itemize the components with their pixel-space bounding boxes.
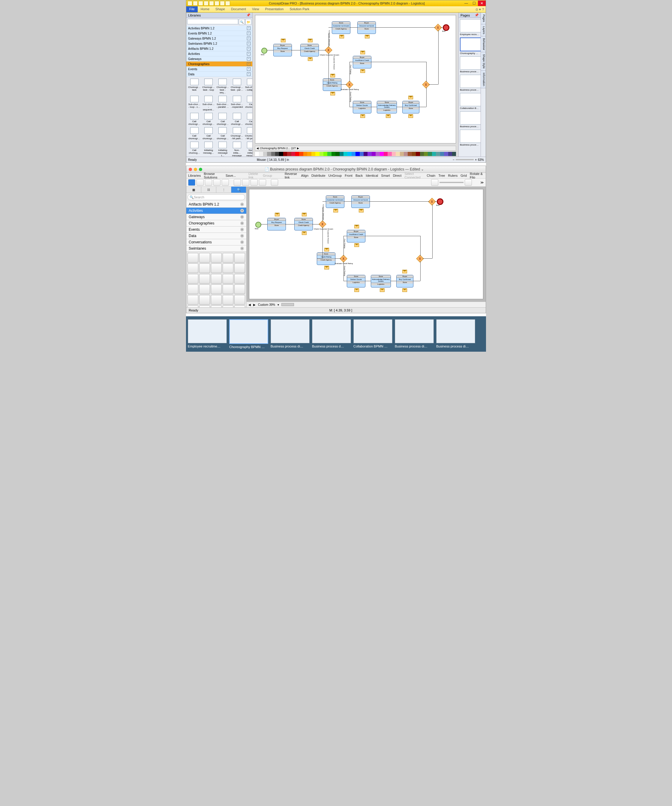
color-swatch[interactable] [424, 152, 428, 156]
dropdown-icon[interactable]: ⌄ [421, 167, 424, 171]
shape-item[interactable] [199, 295, 210, 305]
color-swatch[interactable] [392, 152, 396, 156]
color-swatch[interactable] [275, 152, 279, 156]
zoom-in-icon[interactable]: + [475, 158, 477, 162]
search-input[interactable] [187, 19, 238, 24]
library-item[interactable]: Conversations× [186, 239, 246, 246]
page-thumbnail[interactable] [460, 38, 480, 51]
page-thumbnail[interactable] [460, 56, 480, 69]
color-swatch[interactable] [412, 152, 416, 156]
tool-btn[interactable] [251, 179, 258, 186]
color-swatch[interactable] [307, 152, 311, 156]
shape-item[interactable] [199, 263, 210, 273]
close-icon[interactable]: × [247, 31, 251, 35]
qat-btn[interactable] [193, 1, 198, 6]
shape-item[interactable] [211, 253, 222, 263]
ribbon-tab-home[interactable]: Home [198, 6, 212, 12]
shape-item[interactable]: Call choreog… [188, 141, 201, 157]
color-swatch[interactable] [340, 152, 343, 156]
color-swatch[interactable] [404, 152, 408, 156]
ribbon-tab-shape[interactable]: Shape [212, 6, 228, 12]
library-item[interactable]: Data× [186, 72, 252, 77]
side-tab-information[interactable]: Information [481, 71, 486, 88]
color-swatch[interactable] [368, 152, 371, 156]
library-item[interactable]: Events× [186, 226, 246, 233]
library-item[interactable]: Data× [186, 233, 246, 239]
shape-item[interactable]: Choreogr… task - loop [201, 78, 215, 94]
shape-item[interactable]: Sub-chor… - expanded [230, 95, 244, 112]
lib-tab[interactable]: 🔍 [231, 187, 246, 193]
connector-tool[interactable] [222, 179, 229, 186]
library-item[interactable]: Artifacts BPMN 1.2× [186, 202, 246, 208]
color-swatch[interactable] [444, 152, 448, 156]
gallery-thumbnail[interactable] [436, 319, 475, 343]
prev-page[interactable]: ◀ [248, 303, 251, 306]
zoom-out-icon[interactable] [431, 179, 438, 186]
shape-item[interactable]: Sub-chor… - loop - c… [188, 95, 201, 112]
menu-item[interactable]: Smart [381, 174, 390, 177]
line-tool[interactable] [213, 179, 221, 186]
gallery-thumbnail[interactable] [312, 319, 351, 343]
gallery-thumbnail[interactable] [271, 319, 310, 343]
close-icon[interactable]: × [247, 67, 251, 71]
color-swatch[interactable] [320, 152, 324, 156]
zoom-in-icon[interactable] [465, 179, 472, 186]
close-icon[interactable]: × [247, 36, 251, 40]
color-swatch[interactable] [428, 152, 432, 156]
shape-item[interactable] [223, 274, 233, 284]
close-icon[interactable]: × [240, 203, 244, 206]
color-swatch[interactable] [384, 152, 388, 156]
color-swatch[interactable] [436, 152, 440, 156]
close-icon[interactable]: × [240, 215, 244, 219]
menu-item[interactable]: Rotate & Flip [470, 172, 484, 179]
color-swatch[interactable] [448, 152, 452, 156]
tool-btn[interactable] [271, 179, 278, 186]
shape-item[interactable] [211, 274, 222, 284]
color-swatch[interactable] [299, 152, 303, 156]
library-item[interactable]: Events× [186, 67, 252, 72]
shape-item[interactable] [223, 263, 233, 273]
shape-item[interactable]: Call choreogr… [216, 112, 230, 126]
library-item[interactable]: Swimlanes× [186, 246, 246, 252]
shape-item[interactable] [188, 284, 198, 294]
gallery-thumbnail[interactable] [395, 319, 434, 343]
rect-tool[interactable] [196, 179, 204, 186]
color-swatch[interactable] [324, 152, 327, 156]
shape-item[interactable]: Non-initia… message … [244, 141, 252, 157]
menu-item[interactable]: Identical [366, 174, 378, 177]
shape-item[interactable] [199, 253, 210, 263]
more-icon[interactable]: ≫ [480, 181, 484, 185]
lib-tab[interactable]: ☷ [201, 187, 216, 193]
color-swatch[interactable] [376, 152, 380, 156]
search-icon[interactable]: 🔍 [239, 19, 245, 25]
color-swatch[interactable] [400, 152, 404, 156]
close-icon[interactable]: × [240, 234, 244, 238]
color-swatch[interactable] [271, 152, 275, 156]
page-thumbnail[interactable] [460, 19, 480, 32]
menu-item[interactable]: Reverse link [285, 172, 298, 179]
shape-item[interactable]: Choreogr… task - seq… [216, 78, 230, 94]
shape-item[interactable]: Initiating message t… [216, 141, 230, 157]
color-swatch[interactable] [352, 152, 355, 156]
color-swatch[interactable] [291, 152, 295, 156]
close-icon[interactable]: × [247, 47, 251, 50]
color-swatch[interactable] [311, 152, 315, 156]
close-icon[interactable]: × [240, 228, 244, 231]
color-swatch[interactable] [416, 152, 420, 156]
color-swatch[interactable] [388, 152, 391, 156]
gallery-thumbnail[interactable] [229, 319, 268, 344]
color-swatch[interactable] [360, 152, 363, 156]
color-swatch[interactable] [303, 152, 307, 156]
shape-item[interactable]: Call choreogr… [201, 112, 215, 126]
close-icon[interactable]: × [240, 247, 244, 250]
close-icon[interactable]: × [247, 26, 251, 30]
menu-item[interactable]: Browse Solutions [204, 172, 223, 179]
qat-btn[interactable] [220, 1, 225, 6]
pin-icon[interactable]: 📌 [246, 13, 251, 17]
folder-icon[interactable]: 📁 [245, 19, 251, 25]
menu-item[interactable]: Save... [226, 174, 236, 177]
menu-item[interactable]: Chain [427, 174, 436, 177]
shape-item[interactable] [234, 284, 245, 294]
ribbon-tab-presentation[interactable]: Presentation [262, 6, 287, 12]
color-swatch[interactable] [452, 152, 456, 156]
